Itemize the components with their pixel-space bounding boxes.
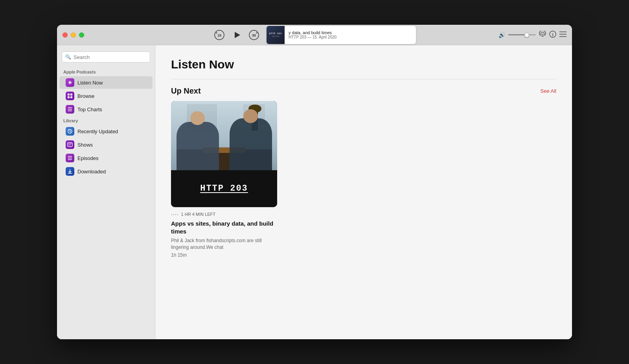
volume-knob[interactable] (524, 33, 529, 37)
up-next-title: Up Next (171, 86, 201, 96)
svg-marker-2 (235, 32, 240, 38)
traffic-lights (63, 32, 84, 37)
episode-description: Phil & Jack from fishandscripts.com are … (171, 237, 277, 251)
right-controls: 🔊 i (498, 31, 566, 39)
now-playing-thumbnail: HTTP 203 HTTP 203 (267, 26, 285, 44)
up-next-header: Up Next See All (171, 86, 556, 96)
svg-rect-15 (68, 96, 70, 98)
thumb-logo: HTTP 203 (269, 33, 282, 35)
recently-updated-label: Recently Updated (77, 129, 118, 134)
downloaded-icon (66, 167, 74, 176)
svg-rect-16 (70, 96, 72, 98)
now-playing-title: y data, and build times (289, 30, 412, 35)
main-content: 🔍 Apple Podcasts Listen Now (57, 45, 572, 339)
podcast-card[interactable]: HTTP 203 ···· 1 HR 4 MIN LEFT Apps vs si… (171, 101, 277, 258)
now-playing-subtitle: HTTP 203 — 15. April 2020 (289, 35, 412, 39)
search-box[interactable]: 🔍 (62, 51, 150, 63)
now-playing-card[interactable]: HTTP 203 HTTP 203 y data, and build time… (267, 26, 416, 44)
podcast-artwork: HTTP 203 (171, 101, 277, 207)
downloaded-label: Downloaded (77, 169, 106, 175)
now-playing-info: y data, and build times HTTP 203 — 15. A… (285, 29, 416, 41)
browse-icon (66, 92, 74, 100)
listen-now-icon (66, 78, 74, 87)
playback-controls: 15 30 (213, 29, 260, 41)
rewind-button[interactable]: 15 (213, 29, 226, 41)
time-left: 1 HR 4 MIN LEFT (181, 212, 215, 217)
shows-icon (66, 140, 74, 149)
sidebar-item-listen-now[interactable]: Listen Now (59, 76, 153, 89)
app-window: 15 30 (57, 25, 572, 339)
podcast-logo: HTTP 203 (200, 184, 248, 193)
progress-dots: ···· (171, 211, 179, 217)
section-divider (171, 79, 556, 79)
apple-podcasts-section-label: Apple Podcasts (57, 67, 155, 76)
listen-now-label: Listen Now (77, 80, 103, 86)
list-icon[interactable] (559, 31, 566, 39)
search-input[interactable] (74, 54, 147, 60)
episodes-icon (66, 154, 74, 162)
titlebar: 15 30 (57, 25, 572, 45)
volume-fill (508, 34, 525, 35)
time-info: ···· 1 HR 4 MIN LEFT (171, 211, 277, 217)
info-icon[interactable]: i (549, 31, 556, 39)
sidebar: 🔍 Apple Podcasts Listen Now (57, 45, 155, 339)
svg-text:i: i (552, 32, 553, 37)
airplay-icon[interactable] (539, 31, 546, 39)
sidebar-item-shows[interactable]: Shows (59, 138, 153, 151)
recently-updated-icon (66, 127, 74, 136)
artwork-scene (171, 101, 277, 170)
episode-title: Apps vs sites, binary data, and build ti… (171, 220, 277, 235)
page-title: Listen Now (171, 58, 556, 71)
forward-button[interactable]: 30 (248, 29, 260, 41)
sidebar-item-recently-updated[interactable]: Recently Updated (59, 125, 153, 138)
see-all-button[interactable]: See All (541, 88, 556, 94)
svg-text:15: 15 (217, 33, 221, 37)
svg-rect-14 (70, 94, 72, 96)
top-charts-label: Top Charts (77, 107, 102, 112)
episodes-label: Episodes (77, 155, 98, 161)
close-button[interactable] (63, 32, 68, 37)
content-panel: Listen Now Up Next See All (155, 45, 572, 339)
artwork-bottom: HTTP 203 (171, 170, 277, 208)
search-container: 🔍 (57, 51, 155, 67)
sidebar-item-episodes[interactable]: Episodes (59, 152, 153, 164)
top-charts-icon (66, 105, 74, 114)
maximize-button[interactable] (79, 32, 84, 37)
search-icon: 🔍 (65, 54, 71, 60)
sidebar-item-downloaded[interactable]: Downloaded (59, 165, 153, 178)
svg-point-5 (542, 33, 543, 34)
episode-duration: 1h 15m (171, 252, 277, 258)
sidebar-item-browse[interactable]: Browse (59, 90, 153, 102)
minimize-button[interactable] (71, 32, 76, 37)
volume-slider[interactable] (508, 34, 536, 35)
svg-text:30: 30 (252, 33, 256, 37)
play-button[interactable] (230, 29, 243, 41)
playback-area: 15 30 (62, 26, 567, 44)
svg-rect-13 (68, 94, 70, 96)
shows-label: Shows (77, 142, 93, 148)
svg-rect-21 (68, 143, 72, 147)
library-section-label: Library (57, 116, 155, 125)
browse-label: Browse (77, 93, 94, 99)
volume-icon: 🔊 (498, 32, 505, 38)
sidebar-item-top-charts[interactable]: Top Charts (59, 103, 153, 116)
